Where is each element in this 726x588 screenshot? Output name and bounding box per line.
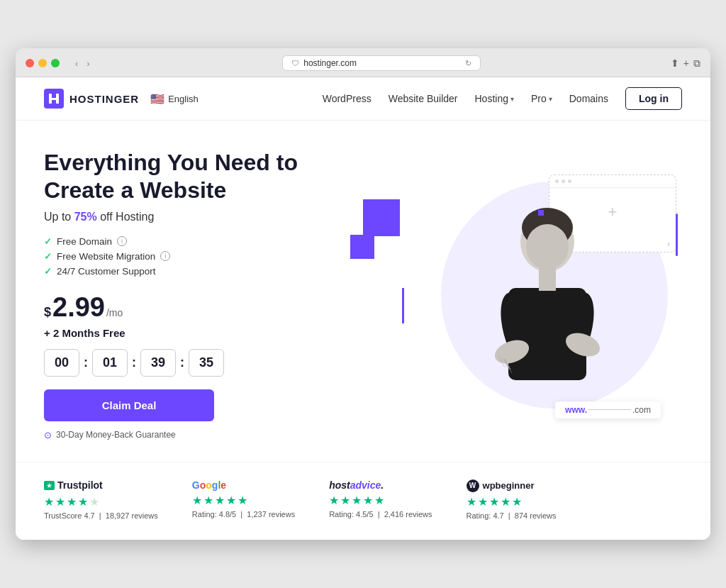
- countdown-timer: 00 : 01 : 39 : 35: [44, 349, 342, 377]
- tabs-overview-button[interactable]: ⧉: [693, 57, 700, 70]
- google-brand-label: Google: [192, 479, 295, 491]
- domain-bar: www. .com: [555, 401, 661, 418]
- navbar: HOSTINGER 🇺🇸 English WordPress Website B…: [16, 77, 710, 121]
- price-bonus-text: + 2 Months Free: [44, 327, 125, 339]
- nav-item-domains[interactable]: Domains: [569, 93, 608, 104]
- ha-star-4: ★: [363, 494, 373, 507]
- reviews-section: ★ Trustpilot ★ ★ ★ ★ ★ TrustScore 4.7 | …: [16, 462, 710, 540]
- check-icon-1: ✓: [44, 236, 52, 247]
- g-star-4: ★: [226, 494, 236, 507]
- hero-subtitle: Up to 75% off Hosting: [44, 211, 342, 223]
- star-2: ★: [55, 495, 65, 509]
- language-label: English: [168, 94, 199, 104]
- pro-dropdown-arrow: ▾: [549, 95, 552, 103]
- wp-icon: W: [467, 479, 479, 492]
- new-tab-button[interactable]: +: [683, 57, 689, 69]
- svg-rect-5: [539, 268, 556, 291]
- wp-star-4: ★: [501, 495, 510, 509]
- mockup-dots: [549, 175, 676, 188]
- hostadvice-score: Rating: 4.5/5 | 2,416 reviews: [329, 510, 432, 518]
- star-4: ★: [78, 495, 88, 509]
- star-3: ★: [67, 495, 77, 509]
- deco-line-right: [676, 213, 678, 256]
- wpbeginner-score: Rating: 4.7 | 874 reviews: [467, 511, 557, 520]
- ha-star-3: ★: [352, 494, 362, 507]
- feature-free-domain: ✓ Free Domain i: [44, 236, 342, 247]
- feature-migration: ✓ Free Website Migration i: [44, 251, 342, 262]
- wp-star-1: ★: [467, 495, 476, 509]
- deco-dot-blue: [538, 210, 544, 216]
- review-hostadvice: hostadvice. ★ ★ ★ ★ ★ Rating: 4.5/5 | 2,…: [329, 479, 432, 518]
- back-button[interactable]: ‹: [72, 57, 81, 70]
- countdown-hours: 00: [44, 349, 79, 377]
- hero-subtitle-after: off Hosting: [97, 211, 155, 223]
- feature-label-3: 24/7 Customer Support: [57, 266, 156, 277]
- countdown-sep-3: :: [180, 355, 184, 370]
- domain-com: .com: [632, 405, 651, 415]
- hostadvice-stars: ★ ★ ★ ★ ★: [329, 494, 432, 507]
- minimize-window-button[interactable]: [38, 59, 47, 67]
- hero-title: Everything You Need to Create a Website: [44, 149, 342, 204]
- star-1: ★: [44, 495, 54, 509]
- nav-item-wordpress[interactable]: WordPress: [323, 93, 372, 104]
- hostadvice-brand-label: hostadvice.: [329, 479, 432, 491]
- logo-text: HOSTINGER: [69, 93, 139, 105]
- g-star-1: ★: [192, 494, 202, 507]
- navbar-left: HOSTINGER 🇺🇸 English: [44, 89, 199, 109]
- address-bar[interactable]: 🛡 hostinger.com ↻: [282, 55, 481, 71]
- browser-controls: ‹ ›: [72, 57, 93, 70]
- domain-www: www.: [565, 405, 587, 415]
- share-button[interactable]: ⬆: [671, 57, 679, 69]
- check-icon-3: ✓: [44, 266, 52, 277]
- countdown-seconds: 39: [140, 349, 176, 377]
- hero-subtitle-before: Up to: [44, 211, 74, 223]
- wpbeginner-stars: ★ ★ ★ ★ ★: [467, 495, 557, 509]
- feature-label-2: Free Website Migration: [57, 251, 155, 262]
- maximize-window-button[interactable]: [51, 59, 60, 67]
- hero-image-area: + ‹ ›: [342, 160, 682, 430]
- hostinger-logo-icon: [44, 89, 64, 109]
- features-list: ✓ Free Domain i ✓ Free Website Migration…: [44, 236, 342, 277]
- nav-item-pro[interactable]: Pro ▾: [531, 93, 552, 104]
- feature-label-1: Free Domain: [57, 236, 112, 247]
- close-window-button[interactable]: [26, 59, 34, 67]
- tp-star-icon: ★: [44, 481, 55, 490]
- wp-star-3: ★: [489, 495, 499, 509]
- info-icon-2[interactable]: i: [160, 251, 170, 261]
- flag-icon: 🇺🇸: [150, 92, 164, 106]
- countdown-sep-1: :: [84, 355, 88, 370]
- claim-deal-button[interactable]: Claim Deal: [44, 389, 214, 421]
- nav-item-hosting[interactable]: Hosting ▾: [474, 93, 513, 104]
- wp-star-2: ★: [478, 495, 488, 509]
- trustpilot-logo: ★ Trustpilot: [44, 479, 158, 492]
- money-back-guarantee: ⊙ 30-Day Money-Back Guarantee: [44, 430, 342, 440]
- price-main: $ 2.99 /mo: [44, 292, 342, 323]
- logo[interactable]: HOSTINGER: [44, 89, 139, 109]
- countdown-frames: 35: [189, 349, 224, 377]
- countdown-sep-2: :: [132, 355, 136, 370]
- trustpilot-score: TrustScore 4.7 | 18,927 reviews: [44, 511, 158, 520]
- wpbeginner-brand-label: W wpbeginner: [467, 479, 557, 492]
- login-button[interactable]: Log in: [625, 87, 682, 110]
- g-star-3: ★: [215, 494, 225, 507]
- navbar-nav: WordPress Website Builder Hosting ▾ Pro …: [323, 87, 682, 110]
- wp-star-5: ★: [512, 495, 522, 509]
- trustpilot-brand-label: Trustpilot: [57, 479, 103, 491]
- trustpilot-stars: ★ ★ ★ ★ ★: [44, 495, 158, 509]
- url-text: hostinger.com: [303, 58, 357, 68]
- price-block: $ 2.99 /mo: [44, 292, 342, 323]
- info-icon-1[interactable]: i: [117, 236, 127, 246]
- svg-point-3: [526, 224, 569, 270]
- price-bonus: + 2 Months Free: [44, 327, 342, 339]
- nav-item-website-builder[interactable]: Website Builder: [389, 93, 458, 104]
- security-icon: 🛡: [291, 59, 299, 67]
- refresh-icon: ↻: [465, 59, 471, 68]
- browser-action-buttons: ⬆ + ⧉: [671, 57, 700, 70]
- purple-square-large: [363, 199, 400, 236]
- forward-button[interactable]: ›: [84, 57, 92, 70]
- countdown-minutes: 01: [92, 349, 128, 377]
- shield-guarantee-icon: ⊙: [44, 430, 52, 440]
- google-stars: ★ ★ ★ ★ ★: [192, 494, 295, 507]
- language-selector[interactable]: 🇺🇸 English: [150, 92, 199, 106]
- browser-window: ‹ › 🛡 hostinger.com ↻ ⬆ + ⧉: [16, 48, 710, 540]
